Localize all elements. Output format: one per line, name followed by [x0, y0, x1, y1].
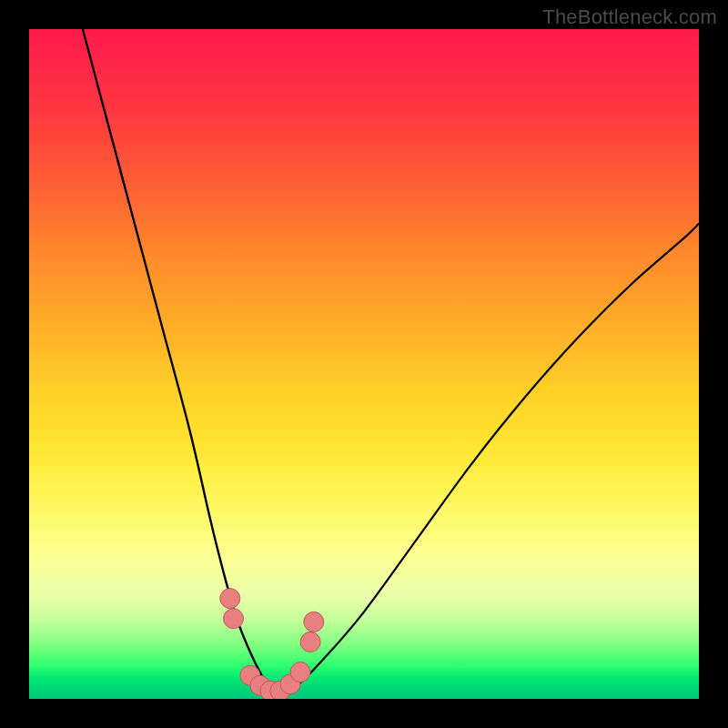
chart-frame: TheBottleneck.com: [0, 0, 728, 728]
marker-dot: [220, 589, 240, 609]
plot-area: [29, 29, 699, 699]
curve-left-branch: [83, 29, 277, 693]
watermark-text: TheBottleneck.com: [542, 5, 717, 29]
chart-svg: [29, 29, 699, 699]
marker-dot: [223, 609, 243, 629]
marker-dot: [300, 632, 320, 652]
curve-right-branch: [277, 223, 699, 693]
marker-group: [220, 589, 324, 699]
marker-dot: [304, 612, 324, 632]
marker-dot: [290, 662, 310, 682]
